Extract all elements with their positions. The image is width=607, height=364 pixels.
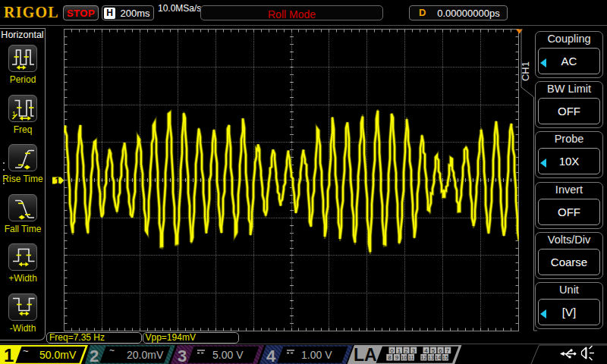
svg-text:3: 3 <box>178 347 187 364</box>
svg-text:12: 12 <box>421 355 427 360</box>
svg-text:1: 1 <box>398 347 401 354</box>
svg-text:5: 5 <box>432 347 436 354</box>
svg-text:0: 0 <box>390 347 394 354</box>
svg-text:1: 1 <box>55 176 61 187</box>
svg-text:6: 6 <box>439 347 442 354</box>
svg-text:15: 15 <box>442 355 448 360</box>
svg-text:~: ~ <box>109 345 115 356</box>
svg-text:2: 2 <box>90 347 99 364</box>
svg-text:8: 8 <box>388 354 392 361</box>
svg-text:~: ~ <box>23 345 29 356</box>
svg-text:7: 7 <box>446 347 450 354</box>
svg-text:9: 9 <box>395 354 399 361</box>
svg-text:20.0mV: 20.0mV <box>127 349 164 361</box>
svg-text:14: 14 <box>436 355 442 360</box>
svg-text:CH1: CH1 <box>520 61 531 81</box>
svg-text:4: 4 <box>424 347 428 354</box>
svg-text:13: 13 <box>428 355 434 360</box>
svg-text:1: 1 <box>4 345 14 364</box>
svg-text:11: 11 <box>408 355 414 360</box>
svg-text:4: 4 <box>266 347 276 364</box>
svg-text:50.0mV: 50.0mV <box>39 349 77 361</box>
svg-text:3: 3 <box>412 347 416 354</box>
svg-text:1.00 V: 1.00 V <box>301 349 332 361</box>
svg-text:5.00 V: 5.00 V <box>212 349 244 361</box>
svg-text:2: 2 <box>404 347 408 354</box>
svg-text:LA: LA <box>354 345 377 364</box>
svg-text:10: 10 <box>401 355 407 360</box>
